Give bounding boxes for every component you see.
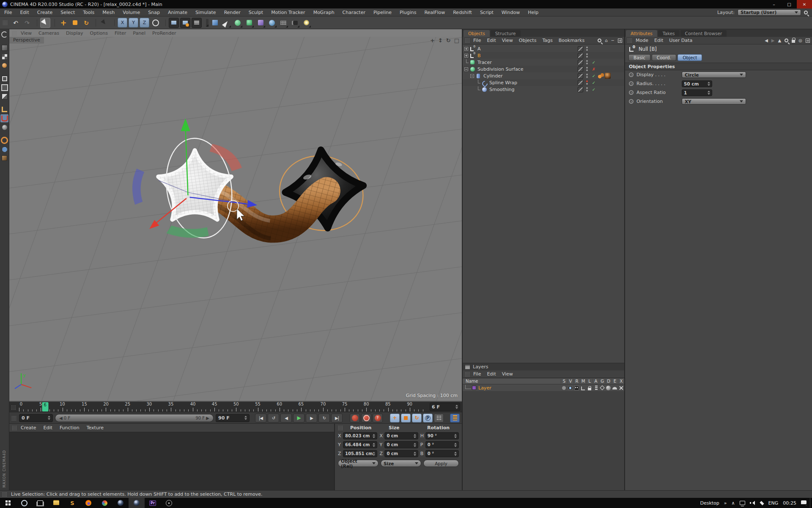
stepper-icon[interactable] — [708, 89, 710, 96]
go-to-start-button[interactable]: |◀ — [255, 414, 266, 422]
materials-menu-item[interactable]: Edit — [44, 425, 52, 431]
object-manager-menu-item[interactable]: Objects — [519, 38, 537, 43]
app-fan-button[interactable] — [161, 498, 177, 508]
menu-item[interactable]: Window — [502, 10, 520, 15]
coordinate-system-toggle[interactable] — [151, 18, 161, 28]
object-tree-row[interactable]: B — [463, 52, 624, 59]
next-frame-button[interactable]: ▶ — [306, 414, 317, 422]
object-label[interactable]: Tracer — [477, 60, 492, 65]
viewport-menu-item[interactable]: Display — [66, 30, 83, 36]
object-tree-row[interactable]: Spline Wrap — [463, 79, 624, 86]
add-subdivision-surface-button[interactable] — [233, 18, 243, 28]
volume-icon[interactable] — [750, 501, 755, 505]
make-editable-button[interactable] — [0, 30, 8, 39]
object-tree-row[interactable]: A — [463, 45, 624, 52]
rotation-field[interactable]: 0 ° — [425, 450, 459, 457]
layer-toggle-icon[interactable] — [578, 87, 583, 92]
cortana-button[interactable] — [16, 498, 32, 508]
taskbar-overflow-icon[interactable]: » — [724, 500, 727, 506]
viewport-menu-drag-handle[interactable] — [12, 31, 17, 36]
size-field[interactable]: 0 cm — [384, 450, 418, 457]
home-icon[interactable]: ⌂ — [605, 38, 607, 43]
toggle-view-icon[interactable]: □ — [454, 37, 459, 44]
expander-icon[interactable] — [464, 54, 468, 58]
menu-item[interactable]: Plugins — [400, 10, 416, 15]
paint-setup-button[interactable] — [0, 136, 8, 144]
add-light-button[interactable] — [301, 18, 311, 28]
property-spinner[interactable]: 50 cm — [682, 80, 712, 87]
collapse-icon[interactable]: − — [611, 38, 614, 43]
menu-item[interactable]: RealFlow — [424, 10, 445, 15]
enabled-state-icon[interactable] — [591, 87, 596, 92]
property-spinner[interactable]: 1 — [682, 89, 712, 96]
enabled-state-icon[interactable] — [591, 60, 596, 65]
layers-menu-item[interactable]: File — [473, 371, 481, 377]
dropbox-icon[interactable] — [760, 501, 764, 505]
size-field[interactable]: 0 cm — [384, 441, 418, 448]
scale-tool[interactable] — [70, 18, 80, 28]
stepper-icon[interactable] — [373, 442, 375, 448]
object-manager-menu-item[interactable]: View — [502, 38, 513, 43]
file-explorer-button[interactable] — [48, 498, 64, 508]
generators-toggle-icon[interactable] — [600, 385, 604, 390]
object-manager-tab[interactable]: Objects — [464, 30, 490, 37]
stepper-icon[interactable] — [454, 442, 457, 448]
redo-icon[interactable]: ↷ — [22, 18, 32, 28]
manager-visibility-icon[interactable] — [581, 387, 585, 390]
viewport-menu-item[interactable]: Filter — [115, 30, 126, 36]
status-drag-handle[interactable] — [2, 492, 8, 497]
parent-object-icon[interactable]: ▲ — [778, 38, 782, 43]
enabled-state-icon[interactable] — [591, 74, 596, 78]
visibility-dots-icon[interactable] — [586, 80, 588, 86]
add-primitive-button[interactable] — [210, 18, 220, 28]
layer-toggle-icon[interactable] — [578, 53, 583, 58]
content-browser-button[interactable] — [0, 154, 8, 162]
add-floor-button[interactable] — [278, 18, 288, 28]
history-back-icon[interactable]: ◀ — [765, 38, 768, 43]
materials-menu-item[interactable]: Function — [60, 425, 80, 431]
property-group-tab[interactable]: Object — [678, 54, 702, 61]
play-forwards-button[interactable]: ▶ — [293, 414, 304, 422]
record-keyframe-button[interactable] — [350, 414, 360, 422]
task-view-button[interactable] — [32, 498, 48, 508]
firefox-button[interactable] — [80, 498, 96, 508]
animation-toggle-icon[interactable] — [629, 90, 634, 95]
premiere-button[interactable]: Pr — [145, 498, 161, 508]
minimize-button[interactable]: – — [766, 0, 782, 8]
lock-z-axis-toggle[interactable]: Z — [140, 18, 149, 28]
layer-toggle-icon[interactable] — [578, 46, 583, 52]
add-spline-button[interactable] — [221, 18, 231, 28]
timeline-drag-handle[interactable] — [11, 405, 16, 410]
stepper-icon[interactable] — [455, 403, 458, 410]
enabled-state-icon[interactable] — [591, 67, 596, 72]
live-selection-tool[interactable] — [40, 18, 50, 28]
texture-mode-button[interactable] — [0, 52, 8, 61]
target-icon[interactable]: ◎ — [798, 38, 802, 43]
points-mode-button[interactable] — [0, 75, 8, 83]
key-rotation-toggle[interactable]: ↻ — [412, 414, 422, 422]
visibility-dots-icon[interactable] — [586, 59, 588, 65]
rotation-field[interactable]: 0 ° — [425, 441, 459, 448]
menu-item[interactable]: Select — [60, 10, 75, 15]
object-manager-menu-item[interactable]: Bookmarks — [559, 38, 584, 43]
play-loop-button[interactable]: ↻ — [318, 414, 330, 422]
key-scale-toggle[interactable] — [401, 414, 411, 422]
add-deformer-button[interactable] — [255, 18, 266, 28]
object-tree-row[interactable]: Smoothing — [463, 86, 624, 93]
menu-item[interactable]: Animate — [168, 10, 187, 15]
render-view-button[interactable] — [169, 18, 179, 28]
viewport-label[interactable]: Perspective — [9, 37, 44, 44]
lock-icon[interactable] — [792, 40, 795, 43]
key-parameter-toggle[interactable]: P — [423, 414, 433, 422]
object-manager-drag-handle[interactable] — [465, 38, 470, 43]
render-visibility-icon[interactable] — [574, 386, 579, 390]
app-color-wheel-button[interactable] — [96, 498, 112, 508]
layers-drag-handle[interactable] — [465, 372, 470, 376]
apply-button[interactable]: Apply — [423, 460, 459, 467]
stepper-icon[interactable] — [48, 414, 50, 421]
pan-view-icon[interactable]: + — [430, 37, 435, 44]
add-generator-button[interactable] — [244, 18, 254, 28]
expander-icon[interactable] — [476, 81, 480, 85]
hidden-icons-caret[interactable]: ∧ — [732, 500, 735, 506]
stepper-icon[interactable] — [373, 433, 375, 439]
